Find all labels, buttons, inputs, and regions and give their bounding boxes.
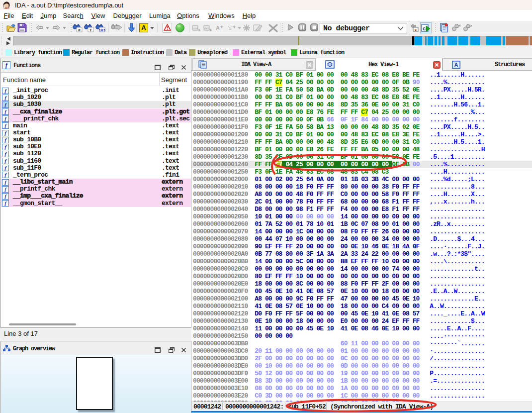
svg-text:#: # — [78, 28, 81, 32]
svg-text:×: × — [470, 23, 472, 28]
svg-text:cod: cod — [192, 27, 198, 30]
svg-text:dat: dat — [204, 27, 209, 30]
svg-text:IDA: IDA — [4, 7, 10, 9]
svg-text:A: A — [454, 62, 458, 68]
svg-text:101: 101 — [98, 28, 105, 32]
svg-text:+: + — [459, 23, 461, 28]
svg-text:A: A — [216, 25, 220, 31]
svg-text:T: T — [89, 28, 92, 32]
svg-text:c: c — [423, 26, 426, 32]
svg-text:'s': 's' — [228, 25, 233, 31]
svg-text:c: c — [415, 28, 417, 32]
